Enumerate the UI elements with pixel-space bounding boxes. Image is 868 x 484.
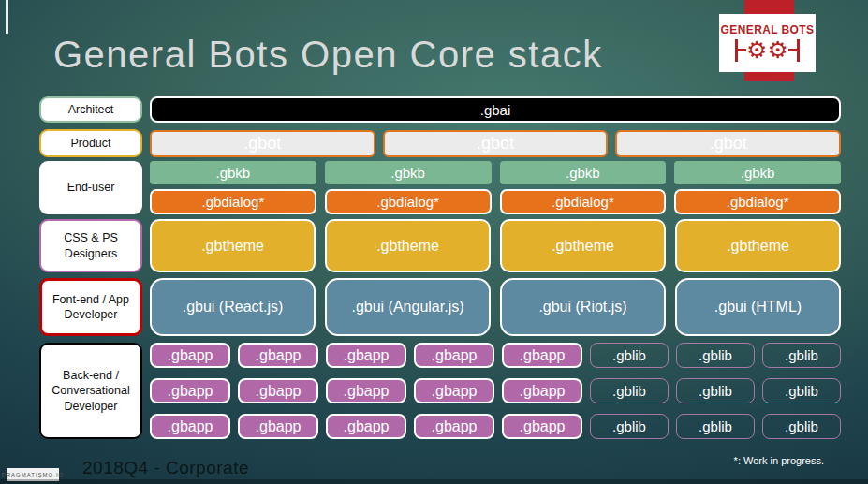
gbtheme-box: .gbtheme [675,219,841,272]
gbtheme-box: .gbtheme [150,219,316,272]
gear-left-line [738,49,746,51]
gbkb-box: .gbkb [500,161,667,184]
gbkb-box: .gbkb [325,161,492,184]
gbdialog-row: .gbdialog* .gbdialog* .gbdialog* .gbdial… [150,189,841,214]
gbapp-box: .gbapp [150,378,230,403]
gbapp-box: .gbapp [150,343,230,368]
gbdialog-box: .gbdialog* [150,189,316,214]
pragmatismo-brand-text: PRAGMATISMO.IO [2,472,65,477]
gblib-box: .gblib [590,414,669,439]
page-title: General Bots Open Core stack [53,34,603,76]
gbui-row: .gbui (React.js) .gbui (Angular.js) .gbu… [150,278,841,336]
gbapp-box: .gbapp [414,414,494,439]
gbai-box: .gbai [150,96,841,123]
gbtheme-row: .gbtheme .gbtheme .gbtheme .gbtheme [150,219,841,272]
gbui-angular-box: .gbui (Angular.js) [325,278,491,336]
gbot-box: .gbot [150,130,375,157]
gbapp-gblib-row: .gbapp .gbapp .gbapp .gbapp .gbapp .gbli… [150,378,841,403]
side-label-css-ps-designers: CSS & PS Designers [39,219,142,272]
gblib-box: .gblib [676,414,755,439]
side-label-backend-conversational-developer: Back-end / Conversational Developer [39,343,142,439]
gear-icon: ⚙ [768,38,788,62]
gbapp-box: .gbapp [502,378,582,403]
gbdialog-box: .gbdialog* [500,189,667,214]
gbkb-row: .gbkb .gbkb .gbkb .gbkb [150,161,841,184]
gbkb-box: .gbkb [150,161,316,184]
gear-right-bar [797,39,800,62]
left-edge-accent-line [6,0,8,34]
bottom-edge-strip [0,479,868,484]
gbapp-box: .gbapp [150,414,230,439]
gbapp-box: .gbapp [502,414,582,439]
gears-icon: ⚙ ⚙ [735,37,800,64]
gbai-row: .gbai [150,96,841,123]
gbdialog-box: .gbdialog* [674,189,841,214]
gbui-react-box: .gbui (React.js) [150,278,316,336]
gblib-box: .gblib [676,343,755,368]
gbui-html-box: .gbui (HTML) [675,278,841,336]
gear-right-line [788,49,797,51]
side-label-product: Product [39,129,142,157]
gbapp-box: .gbapp [326,414,406,439]
gbapp-box: .gbapp [238,414,318,439]
gbtheme-box: .gbtheme [325,219,491,272]
gbapp-box: .gbapp [502,343,582,368]
gblib-box: .gblib [590,378,669,403]
gbapp-box: .gbapp [238,343,318,368]
gbapp-box: .gbapp [326,343,406,368]
side-label-architect: Architect [39,96,142,123]
side-label-frontend-app-developer: Font-end / App Developer [39,278,142,336]
slide: General Bots Open Core stack GENERAL BOT… [0,0,868,484]
gbkb-box: .gbkb [674,161,841,184]
gbot-box: .gbot [615,130,841,157]
gbot-box: .gbot [383,130,609,157]
gbdialog-box: .gbdialog* [325,189,492,214]
gblib-box: .gblib [762,378,841,403]
gbapp-box: .gbapp [238,378,318,403]
gear-icon: ⚙ [746,38,767,62]
gbapp-box: .gbapp [326,378,406,403]
gbtheme-box: .gbtheme [500,219,666,272]
work-in-progress-note: *: Work in progress. [734,455,824,466]
footer-caption: 2018Q4 - Corporate [82,458,249,478]
gbapp-box: .gbapp [414,343,494,368]
gbapp-gblib-row: .gbapp .gbapp .gbapp .gbapp .gbapp .gbli… [150,343,841,368]
gblib-box: .gblib [762,343,841,368]
general-bots-logo: GENERAL BOTS ⚙ ⚙ [719,14,816,72]
gbui-riot-box: .gbui (Riot.js) [500,278,666,336]
logo-wordmark: GENERAL BOTS [721,23,815,37]
gblib-box: .gblib [762,414,841,439]
gbapp-box: .gbapp [414,378,494,403]
side-label-end-user: End-user [39,161,142,214]
gblib-box: .gblib [676,378,755,403]
gbot-row: .gbot .gbot .gbot [150,130,841,157]
gblib-box: .gblib [590,343,669,368]
gbapp-gblib-row: .gbapp .gbapp .gbapp .gbapp .gbapp .gbli… [150,414,841,439]
